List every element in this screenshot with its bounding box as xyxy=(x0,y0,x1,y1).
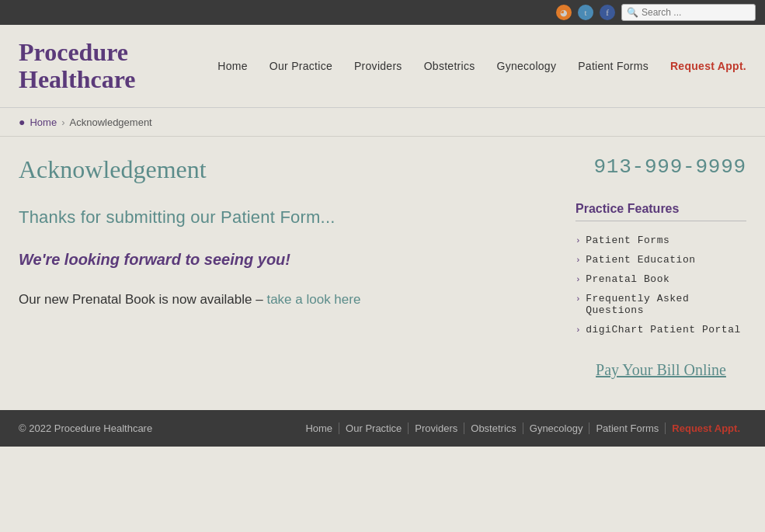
logo-text: Procedure Healthcare xyxy=(19,39,135,93)
chevron-icon: › xyxy=(575,325,581,335)
chevron-icon: › xyxy=(575,294,581,304)
facebook-icon[interactable]: f xyxy=(600,5,615,20)
nav-obstetrics[interactable]: Obstetrics xyxy=(424,60,475,72)
footer-nav: Home Our Practice Providers Obstetrics G… xyxy=(299,422,746,434)
nav-providers[interactable]: Providers xyxy=(354,60,402,72)
sidebar-link-patient-forms[interactable]: › Patient Forms xyxy=(575,231,746,250)
page-title: Acknowledgement xyxy=(19,155,544,184)
search-input[interactable] xyxy=(642,7,750,18)
pay-bill-link[interactable]: Pay Your Bill Online xyxy=(575,361,746,379)
footer-nav-providers[interactable]: Providers xyxy=(409,422,464,434)
search-bar[interactable]: 🔍 xyxy=(621,4,756,21)
sidebar-link-patient-education[interactable]: › Patient Education xyxy=(575,250,746,269)
prenatal-link[interactable]: take a look here xyxy=(266,292,360,307)
header: Procedure Healthcare Home Our Practice P… xyxy=(0,25,765,108)
rss-icon[interactable]: ◕ xyxy=(556,5,572,20)
forward-message: We're looking forward to seeing you! xyxy=(19,251,544,269)
content-area: Acknowledgement Thanks for submitting ou… xyxy=(19,155,544,379)
logo[interactable]: Procedure Healthcare xyxy=(19,39,135,93)
footer-nav-obstetrics[interactable]: Obstetrics xyxy=(464,422,523,434)
search-icon: 🔍 xyxy=(627,7,638,19)
breadcrumb-current: Acknowledgement xyxy=(70,116,152,128)
footer-nav-home[interactable]: Home xyxy=(299,422,339,434)
phone-number: 913-999-9999 xyxy=(575,155,746,179)
sidebar-link-faq[interactable]: › Frequently Asked Questions xyxy=(575,289,746,320)
sidebar-link-prenatal-book[interactable]: › Prenatal Book xyxy=(575,269,746,289)
footer-nav-patient-forms[interactable]: Patient Forms xyxy=(589,422,666,434)
chevron-icon: › xyxy=(575,275,581,284)
main-content: Acknowledgement Thanks for submitting ou… xyxy=(0,137,765,410)
sidebar: 913-999-9999 Practice Features › Patient… xyxy=(575,155,746,379)
footer-nav-our-practice[interactable]: Our Practice xyxy=(339,422,409,434)
pin-icon: ● xyxy=(19,116,25,128)
nav-request-appt[interactable]: Request Appt. xyxy=(670,60,746,72)
chevron-icon: › xyxy=(575,236,581,245)
breadcrumb: ● Home › Acknowledgement xyxy=(0,108,765,137)
nav-gynecology[interactable]: Gynecology xyxy=(496,60,556,72)
footer-copyright: © 2022 Procedure Healthcare xyxy=(19,422,152,434)
footer-nav-gynecology[interactable]: Gynecology xyxy=(523,422,590,434)
main-nav: Home Our Practice Providers Obstetrics G… xyxy=(217,60,746,72)
chevron-icon: › xyxy=(575,256,581,265)
nav-home[interactable]: Home xyxy=(217,60,247,72)
sidebar-link-digichart[interactable]: › digiChart Patient Portal xyxy=(575,320,746,339)
nav-our-practice[interactable]: Our Practice xyxy=(269,60,332,72)
practice-features-title: Practice Features xyxy=(575,202,746,221)
twitter-icon[interactable]: t xyxy=(578,5,593,20)
nav-patient-forms[interactable]: Patient Forms xyxy=(578,60,649,72)
footer-nav-request-appt[interactable]: Request Appt. xyxy=(666,422,746,434)
breadcrumb-home[interactable]: Home xyxy=(30,116,57,128)
top-bar: ◕ t f 🔍 xyxy=(0,0,765,25)
thanks-message: Thanks for submitting our Patient Form..… xyxy=(19,207,544,228)
footer: © 2022 Procedure Healthcare Home Our Pra… xyxy=(0,410,765,447)
sidebar-links: › Patient Forms › Patient Education › Pr… xyxy=(575,231,746,339)
breadcrumb-separator: › xyxy=(61,116,64,128)
prenatal-message: Our new Prenatal Book is now available –… xyxy=(19,292,544,308)
practice-features-section: Practice Features › Patient Forms › Pati… xyxy=(575,202,746,339)
